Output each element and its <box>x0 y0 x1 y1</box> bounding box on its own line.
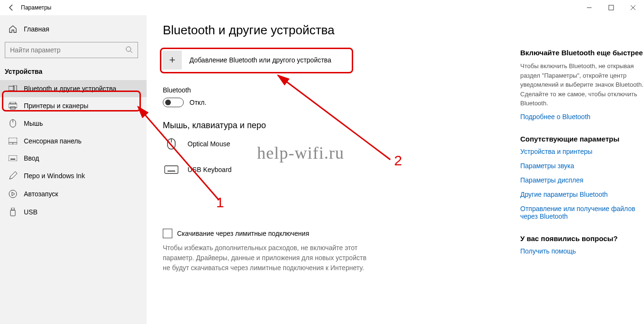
device-row-mouse[interactable]: Optical Mouse <box>163 137 520 151</box>
sidebar: Главная Устройства Bluetooth и другие ус… <box>0 15 147 324</box>
metered-checkbox-label: Скачивание через лимитные подключения <box>177 230 309 237</box>
tip-heading: Включайте Bluetooth еще быстрее <box>520 49 644 57</box>
search-input-wrap[interactable] <box>5 42 138 58</box>
devices-icon <box>9 85 17 92</box>
bluetooth-label: Bluetooth <box>163 86 520 94</box>
toggle-knob <box>165 100 171 105</box>
learn-more-link[interactable]: Подробнее о Bluetooth <box>520 113 644 121</box>
touchpad-icon <box>9 138 17 144</box>
related-link-more-bluetooth[interactable]: Другие параметры Bluetooth <box>520 191 644 198</box>
pen-icon <box>9 172 17 180</box>
sidebar-item-mouse[interactable]: Мышь <box>0 114 147 132</box>
metered-help-text: Чтобы избежать дополнительных расходов, … <box>163 243 367 273</box>
svg-line-5 <box>130 51 132 53</box>
window-title: Параметры <box>21 4 51 11</box>
svg-rect-9 <box>9 104 17 108</box>
sidebar-item-label: Мышь <box>24 120 43 127</box>
related-link-display[interactable]: Параметры дисплея <box>520 176 644 184</box>
sidebar-item-label: Сенсорная панель <box>24 137 81 145</box>
plus-icon: + <box>163 51 182 70</box>
sidebar-item-bluetooth[interactable]: Bluetooth и другие устройства <box>0 80 147 97</box>
mouse-device-icon <box>163 137 180 151</box>
questions-heading: У вас появились вопросы? <box>520 234 644 243</box>
svg-point-4 <box>126 47 131 51</box>
autoplay-icon <box>9 190 17 198</box>
bluetooth-toggle[interactable] <box>163 98 184 107</box>
bluetooth-toggle-state: Откл. <box>189 99 207 106</box>
sidebar-item-label: Автозапуск <box>24 190 58 198</box>
search-icon <box>125 46 133 55</box>
sidebar-item-typing[interactable]: Ввод <box>0 150 147 167</box>
keyboard-icon <box>9 155 17 161</box>
mouse-icon <box>9 119 17 128</box>
svg-rect-22 <box>11 208 14 210</box>
sidebar-item-label: Bluetooth и другие устройства <box>24 85 116 92</box>
add-device-button[interactable]: + Добавление Bluetooth или другого устро… <box>163 48 348 72</box>
back-button[interactable] <box>4 4 19 11</box>
svg-rect-23 <box>10 210 15 216</box>
svg-rect-16 <box>9 155 17 161</box>
sidebar-item-autoplay[interactable]: Автозапуск <box>0 185 147 203</box>
device-row-keyboard[interactable]: USB Keyboard <box>163 163 520 176</box>
related-link-sound[interactable]: Параметры звука <box>520 162 644 170</box>
device-name: USB Keyboard <box>188 166 232 173</box>
maximize-button[interactable] <box>600 0 622 15</box>
right-column: Включайте Bluetooth еще быстрее Чтобы вк… <box>520 15 644 324</box>
svg-rect-1 <box>609 5 614 10</box>
usb-icon <box>9 208 17 216</box>
related-link-send-receive[interactable]: Отправление или получение файлов через B… <box>520 205 644 220</box>
keyboard-device-icon <box>163 163 180 176</box>
close-button[interactable] <box>622 0 644 15</box>
devices-subheading: Мышь, клавиатура и перо <box>163 121 520 131</box>
printer-icon <box>9 102 17 110</box>
get-help-link[interactable]: Получить помощь <box>520 247 644 255</box>
sidebar-item-usb[interactable]: USB <box>0 203 147 221</box>
sidebar-section-label: Устройства <box>0 58 147 80</box>
sidebar-item-printers[interactable]: Принтеры и сканеры <box>0 97 147 114</box>
related-link-devices-printers[interactable]: Устройства и принтеры <box>520 148 644 155</box>
sidebar-home[interactable]: Главная <box>0 21 147 37</box>
main-content: Bluetooth и другие устройства + Добавлен… <box>147 15 520 324</box>
svg-rect-26 <box>165 166 178 173</box>
sidebar-item-label: USB <box>24 208 38 216</box>
sidebar-item-label: Перо и Windows Ink <box>24 172 85 180</box>
home-icon <box>9 25 17 33</box>
tip-text: Чтобы включить Bluetooth, не открывая ра… <box>520 61 644 108</box>
sidebar-home-label: Главная <box>24 25 49 33</box>
minimize-button[interactable] <box>578 0 600 15</box>
sidebar-item-label: Принтеры и сканеры <box>24 102 88 110</box>
related-heading: Сопутствующие параметры <box>520 135 644 143</box>
page-title: Bluetooth и другие устройства <box>163 23 520 38</box>
device-name: Optical Mouse <box>188 140 230 148</box>
sidebar-item-pen[interactable]: Перо и Windows Ink <box>0 167 147 185</box>
sidebar-item-touchpad[interactable]: Сенсорная панель <box>0 132 147 150</box>
sidebar-item-label: Ввод <box>24 154 39 162</box>
add-device-label: Добавление Bluetooth или другого устройс… <box>189 56 331 64</box>
svg-rect-8 <box>10 102 16 104</box>
svg-point-21 <box>9 190 17 198</box>
search-input[interactable] <box>10 46 125 54</box>
metered-checkbox[interactable] <box>163 229 172 238</box>
